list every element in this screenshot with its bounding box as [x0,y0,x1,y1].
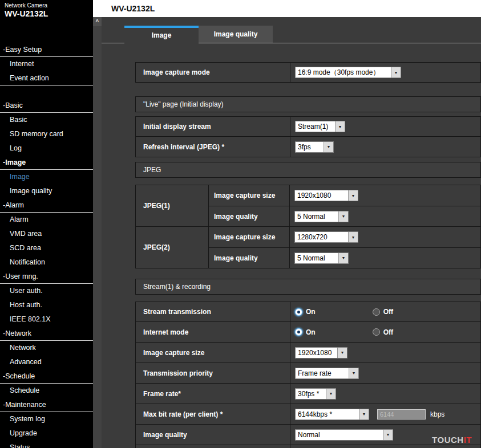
sidebar-menu: -Easy Setup Internet Event action -Basic… [0,43,93,448]
dropdown-arrow-icon [359,409,369,420]
sidebar-item-upgrade[interactable]: Upgrade [0,426,93,441]
settings-form: Image capture mode 16:9 mode（30fps mode）… [135,62,481,448]
jpeg2-capture-size-select[interactable]: 1280x720 [294,231,358,243]
refresh-interval-select[interactable]: 3fps [295,141,334,153]
stream-block: Stream(1) & recording Stream transmissio… [135,279,481,448]
sidebar-section-schedule[interactable]: -Schedule [0,369,93,384]
jpeg-rows: JPEG(1) Image capture size 1920x1080 [135,185,481,268]
selected-value: 1920x1080 [296,348,337,358]
sidebar-group-basic: -Basic Basic SD memory card Log [0,99,93,156]
tab-image[interactable]: Image [124,26,199,43]
stream-capture-size-select[interactable]: 1920x1080 [295,347,347,359]
sidebar-item-vmd-area[interactable]: VMD area [0,227,93,241]
sidebar-section-easy-setup[interactable]: -Easy Setup [0,43,93,57]
sidebar-section-image[interactable]: -Image [0,156,93,170]
sidebar-item-scd-area[interactable]: SCD area [0,241,93,255]
row-transmission-priority: Transmission priority Frame rate [135,363,481,384]
jpeg2-capture-size-label: Image capture size [209,227,290,247]
dropdown-arrow-icon [326,389,336,399]
sidebar-item-log[interactable]: Log [0,141,93,156]
row-stream-capture-size: Image capture size 1920x1080 [135,343,481,363]
sidebar-item-ieee-8021x[interactable]: IEEE 802.1X [0,312,93,327]
stream-transmission-on-option[interactable]: On [295,308,316,316]
initial-display-stream-select[interactable]: Stream(1) [295,121,345,132]
stream-capture-size-value: 1920x1080 [290,343,480,363]
sidebar-item-schedule[interactable]: Schedule [0,384,93,398]
dropdown-arrow-icon [335,121,345,132]
radio-label: On [306,328,316,336]
tab-image-quality[interactable]: Image quality [199,26,273,43]
sidebar-group-maintenance: -Maintenance System log Upgrade Status [0,398,93,448]
chevron-up-icon: ^ [96,19,99,25]
partial-row-label [136,445,290,448]
sidebar-item-notification[interactable]: Notification [0,255,93,270]
jpeg2-quality-select[interactable]: 5 Normal [294,252,349,264]
radio-icon [295,308,302,316]
jpeg1-capture-size-label: Image capture size [209,185,290,206]
jpeg2-group: JPEG(2) Image capture size 1280x720 [135,227,481,268]
frame-rate-label: Frame rate* [136,384,290,404]
sidebar-item-host-auth[interactable]: Host auth. [0,298,93,312]
jpeg2-rows: Image capture size 1280x720 Image qualit… [209,227,480,268]
jpeg1-capture-size-select[interactable]: 1920x1080 [294,190,358,201]
jpeg2-quality-value: 5 Normal [290,248,480,268]
brand-model: WV-U2132L [5,9,88,19]
radio-label: On [306,308,316,316]
stream-image-quality-label: Image quality [136,425,290,445]
sidebar-section-alarm[interactable]: -Alarm [0,198,93,213]
jpeg2-capture-size-row: Image capture size 1280x720 [209,227,480,247]
sidebar-item-user-auth[interactable]: User auth. [0,284,93,298]
frame-rate-select[interactable]: 30fps * [295,388,336,400]
max-bitrate-select[interactable]: 6144kbps * [295,409,369,420]
dropdown-arrow-icon [337,348,347,358]
internet-mode-off-option[interactable]: Off [373,328,393,336]
sidebar-item-status[interactable]: Status [0,441,93,448]
sidebar-item-system-log[interactable]: System log [0,412,93,426]
brand: Network Camera WV-U2132L [0,0,93,20]
selected-value: 5 Normal [295,211,338,222]
stream-transmission-off-option[interactable]: Off [373,308,393,316]
sidebar-group-user-mng: -User mng. User auth. Host auth. IEEE 80… [0,270,93,327]
stream-transmission-value: On Off [290,302,480,321]
sidebar-group-alarm: -Alarm Alarm VMD area SCD area Notificat… [0,198,93,270]
sidebar-item-alarm[interactable]: Alarm [0,213,93,227]
sidebar-scrollbar[interactable]: ^ [93,17,102,448]
stream-rows: Stream transmission On Off Internet mod [135,302,481,448]
sidebar-item-event-action[interactable]: Event action [0,71,93,85]
sidebar-section-user-mng[interactable]: -User mng. [0,270,93,284]
sidebar-section-maintenance[interactable]: -Maintenance [0,398,93,412]
max-bitrate-input[interactable] [377,409,426,420]
jpeg-block: JPEG JPEG(1) Image capture size 1920x108… [135,162,481,268]
sidebar-item-network[interactable]: Network [0,341,93,355]
selected-value: 6144kbps * [296,409,359,420]
jpeg1-quality-row: Image quality 5 Normal [209,206,480,226]
sidebar-item-sd-memory-card[interactable]: SD memory card [0,127,93,141]
jpeg1-quality-select[interactable]: 5 Normal [294,211,349,222]
frame-rate-value: 30fps * [290,384,480,404]
transmission-priority-select[interactable]: Frame rate [295,368,359,379]
sidebar-item-image-quality[interactable]: Image quality [0,184,93,198]
dropdown-arrow-icon [338,253,348,263]
sidebar-section-basic[interactable]: -Basic [0,99,93,113]
max-bit-rate-value: 6144kbps * kbps [290,404,480,424]
selected-value: 30fps * [296,389,326,399]
sidebar-item-advanced[interactable]: Advanced [0,355,93,369]
refresh-interval-value: 3fps [290,137,480,157]
stream-image-quality-select[interactable]: Normal [295,429,393,441]
sidebar-section-network[interactable]: -Network [0,327,93,341]
scrollbar-track[interactable] [93,26,102,448]
dropdown-arrow-icon [338,211,348,222]
internet-mode-on-option[interactable]: On [295,328,316,336]
live-page-block: "Live" page (Initial display) Initial di… [135,96,481,157]
jpeg1-capture-size-row: Image capture size 1920x1080 [209,185,480,206]
section-jpeg: JPEG [135,162,481,178]
watermark-it: IT [464,435,472,445]
page-title: WV-U2132L [111,4,155,13]
scroll-up-button[interactable]: ^ [93,17,102,26]
jpeg1-name: JPEG(1) [136,185,209,226]
sidebar-item-basic[interactable]: Basic [0,113,93,127]
sidebar-item-internet[interactable]: Internet [0,57,93,71]
transmission-priority-label: Transmission priority [136,363,290,383]
image-capture-mode-select[interactable]: 16:9 mode（30fps mode） [295,67,401,78]
sidebar-item-image[interactable]: Image [0,170,93,184]
